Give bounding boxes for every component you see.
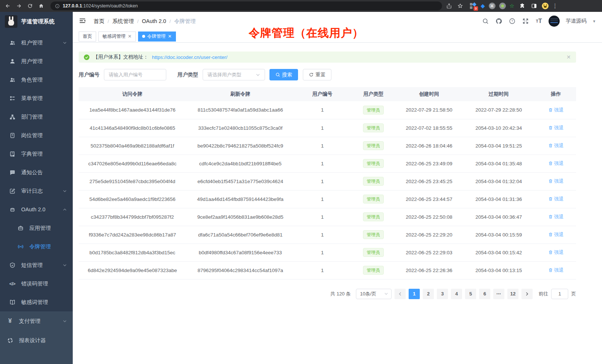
sidebar-item-通知公告[interactable]: 通知公告	[0, 163, 73, 182]
force-logout-button[interactable]: 强退	[548, 125, 564, 131]
sidebar-item-令牌管理[interactable]: 令牌管理	[0, 237, 73, 256]
sidebar-item-部门管理[interactable]: 部门管理	[0, 107, 73, 126]
force-logout-button[interactable]: 强退	[548, 160, 564, 167]
access-token-cell: 1ea5e44f8bc1467aaede43144f31de76	[79, 101, 186, 119]
app-logo-row[interactable]: 芋道管理系统	[0, 12, 73, 31]
page-button-6[interactable]: 6	[479, 289, 490, 299]
force-logout-button[interactable]: 强退	[548, 267, 564, 274]
username[interactable]: 芋道源码	[566, 18, 586, 24]
share-icon[interactable]	[445, 2, 453, 10]
reset-button[interactable]: 重置	[303, 69, 331, 80]
tab-close-icon[interactable]: ✕	[128, 34, 132, 39]
breadcrumb-item: 令牌管理	[174, 18, 196, 25]
force-logout-button[interactable]: 强退	[548, 142, 564, 149]
bookmark-star-icon[interactable]	[456, 2, 464, 10]
sidebar-item-报表设计器[interactable]: 报表设计器	[0, 331, 73, 350]
force-logout-button[interactable]: 强退	[548, 178, 564, 185]
trash-icon	[548, 214, 553, 219]
gem-extension-icon[interactable]: ◆	[481, 3, 485, 9]
roles-icon	[9, 76, 16, 83]
next-page-button[interactable]	[521, 289, 533, 299]
sidebar-item-OAuth 2.0[interactable]: OAuth 2.0	[0, 200, 73, 219]
sidebar-item-字典管理[interactable]: 字典管理	[0, 145, 73, 163]
force-logout-button[interactable]: 强退	[548, 196, 564, 202]
record-extension-icon[interactable]	[499, 3, 506, 9]
back-icon[interactable]	[4, 2, 12, 10]
page-button-12[interactable]: 12	[507, 289, 518, 299]
collapse-sidebar-icon[interactable]	[79, 17, 87, 25]
navbar-tools: ? TT 芋道源码 ▼	[482, 16, 596, 27]
sidebar-item-错误码管理[interactable]: </>错误码管理	[0, 274, 73, 293]
force-logout-button[interactable]: 强退	[548, 249, 564, 256]
sidebar-item-应用管理[interactable]: 应用管理	[0, 219, 73, 237]
page-size-select[interactable]: 10条/页	[356, 289, 392, 299]
tab-close-icon[interactable]: ✕	[168, 34, 172, 39]
search-button[interactable]: 搜索	[269, 69, 298, 80]
dictionary-icon	[9, 150, 16, 157]
top-navbar: 首页/系统管理/OAuth 2.0/令牌管理 ? TT 芋道源码 ▼	[73, 12, 602, 30]
tab-敏感词管理[interactable]: 敏感词管理✕	[98, 32, 136, 42]
org-chart-icon	[9, 113, 16, 120]
goto-page-input[interactable]	[551, 289, 568, 299]
alert-close-icon[interactable]: ✕	[566, 54, 571, 60]
extension-grid-icon[interactable]: 9	[470, 2, 477, 10]
tab-label: 敏感词管理	[102, 33, 126, 40]
page-button-5[interactable]: 5	[465, 289, 476, 299]
forward-icon[interactable]	[15, 2, 23, 10]
browser-menu-icon[interactable]: ⋮	[552, 3, 558, 9]
command-extension-icon[interactable]: ⌘	[489, 3, 495, 9]
table-row: 502375b8040a469a9b82188afdf6af1fbe90422b…	[79, 137, 576, 155]
user-id-input[interactable]	[104, 69, 166, 80]
page-button-4[interactable]: 4	[451, 289, 462, 299]
refresh-token-cell: 49d1aa46d1454fbd87591444423be9fa	[186, 190, 294, 208]
sidebar-item-label: 应用管理	[29, 225, 51, 232]
site-info-icon[interactable]	[55, 4, 60, 9]
reload-icon[interactable]	[26, 2, 34, 10]
sidebar-item-支付管理[interactable]: ¥支付管理	[0, 311, 73, 331]
page-more-button[interactable]: •••	[493, 289, 504, 299]
user-id-cell: 1	[295, 190, 350, 208]
force-logout-button[interactable]: 强退	[548, 107, 564, 113]
refresh-token-cell: be90422b8c7946218275a508bf524fc9	[186, 137, 294, 155]
user-type-cell: 管理员	[350, 208, 397, 226]
puzzle-extensions-icon[interactable]	[518, 2, 526, 10]
address-bar[interactable]: 127.0.0.1:1024/system/oauth2/token	[50, 1, 442, 10]
breadcrumb-item[interactable]: 系统管理	[112, 18, 134, 25]
sidebar-item-菜单管理[interactable]: 菜单管理	[0, 89, 73, 107]
github-icon[interactable]	[495, 17, 503, 25]
font-size-icon[interactable]: TT	[535, 17, 543, 25]
user-type-select[interactable]: 请选择用户类型	[203, 69, 265, 80]
prev-page-button[interactable]	[395, 289, 406, 299]
access-token-cell: 275e5de9151045fe87cbdc395e004f4d	[79, 172, 186, 190]
breadcrumb-item[interactable]: 首页	[94, 18, 104, 25]
force-logout-button[interactable]: 强退	[548, 214, 564, 220]
home-icon[interactable]	[37, 2, 45, 10]
sidebar-item-label: 租户管理	[21, 39, 43, 46]
help-icon[interactable]: ?	[508, 17, 516, 25]
page-button-3[interactable]: 3	[437, 289, 448, 299]
side-panel-icon[interactable]	[530, 2, 538, 10]
search-icon[interactable]	[482, 17, 489, 25]
star-extension-icon[interactable]: ☆	[510, 3, 514, 9]
announcement-icon	[9, 169, 16, 176]
sidebar-item-租户管理[interactable]: 租户管理	[0, 33, 73, 52]
breadcrumb-separator: /	[137, 19, 139, 24]
doc-link[interactable]: https://doc.iocoder.cn/user-center/	[152, 54, 228, 60]
sidebar-item-审计日志[interactable]: 审计日志	[0, 182, 73, 200]
tab-令牌管理[interactable]: 令牌管理✕	[138, 32, 176, 42]
sidebar-item-角色管理[interactable]: 角色管理	[0, 70, 73, 89]
page-button-2[interactable]: 2	[423, 289, 434, 299]
sidebar-item-短信管理[interactable]: 短信管理	[0, 256, 73, 274]
page-button-1[interactable]: 1	[409, 289, 420, 299]
sidebar-item-label: 通知公告	[21, 169, 43, 176]
tab-首页[interactable]: 首页	[79, 32, 96, 42]
user-avatar[interactable]	[549, 16, 560, 27]
sidebar-item-岗位管理[interactable]: 岗位管理	[0, 126, 73, 145]
sidebar-item-用户管理[interactable]: 用户管理	[0, 52, 73, 70]
user-menu-caret-icon[interactable]: ▼	[592, 19, 596, 23]
sidebar-item-敏感词管理[interactable]: 敏感词管理	[0, 293, 73, 311]
breadcrumb-item[interactable]: OAuth 2.0	[142, 18, 166, 24]
fullscreen-icon[interactable]	[522, 17, 529, 25]
profile-avatar-icon[interactable]	[542, 3, 549, 9]
force-logout-button[interactable]: 强退	[548, 231, 564, 238]
